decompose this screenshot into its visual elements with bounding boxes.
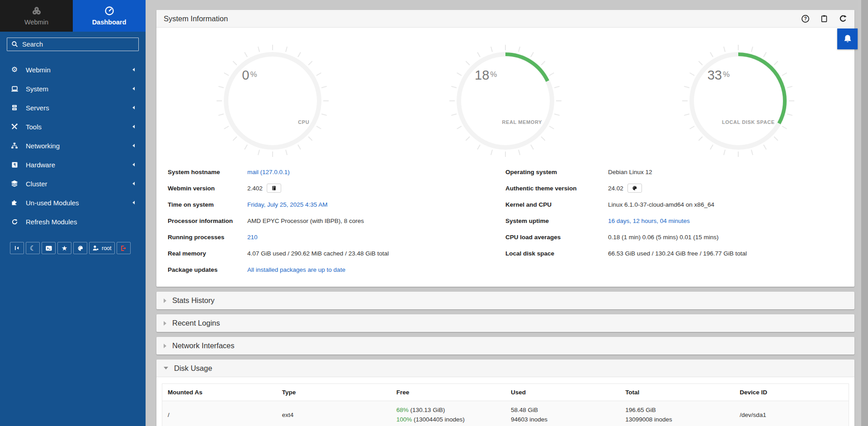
time-on-system-link[interactable]: Friday, July 25, 2025 4:35 AM: [247, 201, 328, 208]
night-mode-button[interactable]: ☾: [26, 242, 40, 254]
info-row: System hostname mail (127.0.0.1): [168, 164, 505, 180]
chevron-left-icon: [132, 87, 135, 90]
local-disk-gauge-label: LOCAL DISK SPACE: [722, 119, 775, 125]
local-disk-gauge-value: 33%: [708, 68, 730, 83]
star-icon: ★: [61, 245, 67, 251]
search-input[interactable]: [7, 38, 139, 51]
info-row: Authentic theme version 24.02: [505, 180, 843, 196]
real-memory-gauge-label: REAL MEMORY: [502, 119, 542, 125]
favorites-button[interactable]: ★: [57, 242, 71, 254]
disk-usage-body: Mounted As Type Free Used Total Device I…: [156, 377, 854, 426]
dashboard-icon: [104, 6, 114, 16]
panel-recent-logins[interactable]: Recent Logins: [156, 314, 854, 332]
collapse-sidebar-button[interactable]: [10, 242, 24, 254]
cpu-gauge: 0% CPU: [156, 44, 389, 157]
theme-button[interactable]: [73, 242, 87, 254]
logout-button[interactable]: [117, 242, 131, 254]
caret-right-icon: [164, 344, 166, 348]
panel-disk-usage: Disk Usage Mounted As Type Free Used Tot…: [156, 360, 854, 426]
type-cell: ext4: [277, 401, 391, 426]
gauges-row: 0% CPU 18% REAL MEMORY: [156, 44, 854, 157]
info-row: Time on system Friday, July 25, 2025 4:3…: [168, 196, 505, 213]
free-cell: 68% (130.13 GiB) 100% (13004405 inodes): [391, 401, 505, 426]
tools-icon: [10, 123, 19, 130]
system-info-table: System hostname mail (127.0.0.1) Webmin …: [156, 157, 854, 287]
sidebar-item-label: Un-used Modules: [26, 199, 79, 207]
bell-icon: [843, 34, 853, 44]
sidebar-item-refresh-modules[interactable]: Refresh Modules: [0, 212, 146, 231]
tab-webmin[interactable]: Webmin: [0, 0, 73, 32]
running-processes-link[interactable]: 210: [247, 234, 258, 241]
tab-dashboard[interactable]: Dashboard: [73, 0, 146, 32]
sidebar-item-system[interactable]: System: [0, 79, 146, 98]
sidebar-item-unused-modules[interactable]: Un-used Modules: [0, 193, 146, 212]
sidebar-item-label: Hardware: [26, 161, 55, 169]
search-box: [7, 38, 139, 51]
system-information-panel: System Information ?: [156, 10, 854, 287]
logout-icon: [120, 245, 127, 251]
notifications-tab[interactable]: [837, 28, 858, 49]
info-row: Webmin version 2.402: [168, 180, 505, 196]
help-icon[interactable]: ?: [801, 14, 810, 23]
chevron-left-icon: [132, 68, 135, 71]
sidebar-item-label: Webmin: [26, 66, 51, 74]
network-icon: [10, 142, 19, 149]
webmin-changelog-button[interactable]: [267, 184, 281, 193]
sidebar-item-label: System: [26, 85, 48, 93]
used-cell: 58.48 GiB 94603 inodes: [505, 401, 620, 426]
sidebar-item-networking[interactable]: Networking: [0, 136, 146, 155]
terminal-icon: [46, 245, 52, 251]
moon-icon: ☾: [30, 245, 36, 251]
hostname-link[interactable]: mail (127.0.0.1): [247, 169, 290, 175]
system-information-header: System Information ?: [156, 10, 854, 28]
terminal-button[interactable]: [42, 242, 56, 254]
page-scrollbar[interactable]: [858, 0, 868, 426]
info-row: Real memory 4.07 GiB used / 290.62 MiB c…: [168, 245, 505, 261]
info-row: Operating system Debian Linux 12: [505, 164, 843, 180]
chevron-left-icon: [132, 106, 135, 109]
disk-table-row: / ext4 68% (130.13 GiB) 100% (13004405 i…: [162, 401, 849, 426]
refresh-icon[interactable]: [839, 14, 847, 23]
sidebar-menu: ⚙ Webmin System Servers: [0, 60, 146, 231]
scrollbar-thumb[interactable]: [861, 0, 868, 426]
system-uptime-link[interactable]: 16 days, 12 hours, 04 minutes: [608, 218, 690, 224]
puzzle-icon: [10, 199, 19, 206]
gear-icon: ⚙: [10, 66, 19, 73]
sidebar-item-label: Tools: [26, 123, 42, 131]
caret-right-icon: [164, 298, 166, 303]
username-label: root: [102, 245, 112, 251]
palette-icon: [77, 245, 84, 251]
webmin-logo-icon: [32, 6, 42, 16]
refresh-icon: [10, 218, 19, 225]
chevron-left-icon: [132, 125, 135, 128]
chevron-left-icon: [132, 182, 135, 185]
sidebar-item-label: Networking: [26, 142, 60, 150]
page-title: System Information: [164, 14, 228, 23]
clipboard-icon[interactable]: [820, 14, 828, 23]
caret-down-icon: [164, 367, 168, 369]
chevron-left-icon: [132, 144, 135, 147]
chevron-left-icon: [132, 163, 135, 166]
info-row: Package updates All installed packages a…: [168, 261, 505, 278]
sidebar-item-webmin[interactable]: ⚙ Webmin: [0, 60, 146, 79]
disk-table-header-row: Mounted As Type Free Used Total Device I…: [162, 384, 849, 401]
sidebar-item-servers[interactable]: Servers: [0, 98, 146, 117]
cpu-gauge-label: CPU: [298, 119, 309, 125]
panel-network-interfaces[interactable]: Network Interfaces: [156, 337, 854, 355]
real-memory-gauge: 18% REAL MEMORY: [389, 44, 622, 157]
sidebar-tabs: Webmin Dashboard: [0, 0, 146, 32]
caret-right-icon: [164, 321, 166, 326]
sidebar-item-tools[interactable]: Tools: [0, 117, 146, 136]
server-icon: [10, 104, 19, 111]
package-updates-link[interactable]: All installed packages are up to date: [247, 266, 345, 273]
panel-stats-history[interactable]: Stats History: [156, 292, 854, 309]
theme-changelog-button[interactable]: [627, 184, 642, 193]
sidebar-item-label: Cluster: [26, 180, 47, 188]
chevron-left-icon: [132, 201, 135, 204]
sidebar-item-cluster[interactable]: Cluster: [0, 174, 146, 193]
user-account-button[interactable]: root: [89, 242, 115, 254]
info-row: CPU load averages 0.18 (1 min) 0.06 (5 m…: [505, 229, 843, 245]
laptop-icon: [10, 85, 19, 93]
sidebar-item-hardware[interactable]: Hardware: [0, 155, 146, 174]
disk-usage-header[interactable]: Disk Usage: [156, 360, 854, 377]
